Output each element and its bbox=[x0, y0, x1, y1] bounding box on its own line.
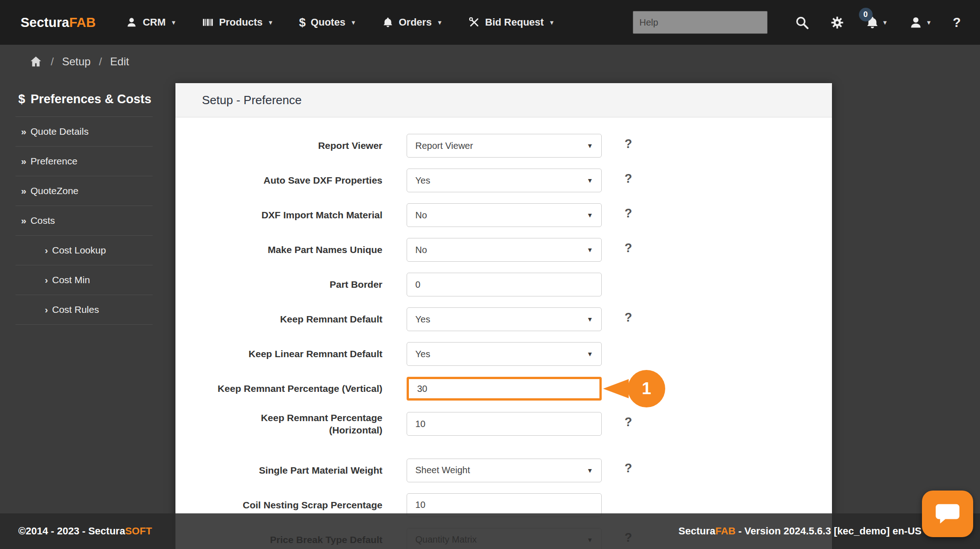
field-value: Yes bbox=[415, 314, 430, 325]
breadcrumb: / Setup / Edit bbox=[29, 55, 129, 68]
select-auto-save-dxf-properties[interactable]: Yes ▼ bbox=[407, 169, 602, 192]
notification-badge: 0 bbox=[859, 8, 873, 21]
help-icon[interactable]: ? bbox=[625, 311, 632, 325]
sidebar-title: $ Preferences & Costs bbox=[16, 86, 153, 117]
help-input[interactable] bbox=[633, 11, 768, 34]
sidebar-item-quote-details[interactable]: » Quote Details bbox=[16, 117, 153, 147]
sidebar-item-label: Costs bbox=[31, 215, 55, 226]
field-label: Auto Save DXF Properties bbox=[175, 174, 382, 186]
sidebar-item-label: Preference bbox=[31, 156, 78, 167]
form-row-part-border: Part Border 0 bbox=[175, 273, 832, 296]
sidebar: $ Preferences & Costs » Quote Details » … bbox=[16, 86, 153, 325]
app-logo[interactable]: SecturaFAB bbox=[21, 15, 95, 30]
home-icon[interactable] bbox=[29, 55, 42, 68]
field-value: 0 bbox=[415, 280, 420, 290]
select-report-viewer[interactable]: Report Viewer ▼ bbox=[407, 134, 602, 158]
field-label: DXF Import Match Material bbox=[175, 209, 382, 221]
select-keep-linear-remnant-default[interactable]: Yes ▼ bbox=[407, 342, 602, 366]
nav-item-label: Quotes bbox=[311, 16, 345, 28]
select-single-part-material-weight[interactable]: Sheet Weight ▼ bbox=[407, 459, 602, 482]
setup-preference-card: Setup - Preference Report Viewer Report … bbox=[175, 83, 832, 549]
user-menu-button[interactable]: ▼ bbox=[909, 16, 932, 30]
select-caret-icon: ▼ bbox=[587, 350, 593, 358]
breadcrumb-edit[interactable]: Edit bbox=[110, 55, 129, 68]
form-row-keep-remnant-percentage-horizontal: Keep Remnant Percentage (Horizontal) 10 … bbox=[175, 412, 832, 437]
field-label: Keep Remnant Percentage (Horizontal) bbox=[175, 412, 382, 437]
dollar-icon: $ bbox=[18, 91, 25, 107]
annotation-callout: 1 bbox=[628, 370, 665, 407]
help-icon[interactable]: ? bbox=[625, 172, 632, 186]
top-navbar: SecturaFAB CRM ▼ Products ▼ $ Quotes ▼ O… bbox=[0, 0, 980, 45]
select-caret-icon: ▼ bbox=[587, 211, 593, 219]
help-icon[interactable]: ? bbox=[625, 241, 632, 255]
field-label: Make Part Names Unique bbox=[175, 243, 382, 256]
form-row-report-viewer: Report Viewer Report Viewer ▼ ? bbox=[175, 134, 832, 158]
help-icon[interactable]: ? bbox=[625, 461, 632, 475]
chevron-down-icon: ▼ bbox=[437, 19, 443, 26]
breadcrumb-separator: / bbox=[99, 55, 102, 68]
user-icon bbox=[126, 16, 138, 28]
chat-widget-button[interactable] bbox=[922, 491, 973, 537]
field-value: 10 bbox=[415, 500, 425, 510]
nav-item-crm[interactable]: CRM ▼ bbox=[126, 16, 176, 28]
sidebar-item-cost-rules[interactable]: › Cost Rules bbox=[16, 295, 153, 325]
select-make-part-names-unique[interactable]: No ▼ bbox=[407, 238, 602, 262]
form-row-make-part-names-unique: Make Part Names Unique No ▼ ? bbox=[175, 238, 832, 262]
field-value: No bbox=[415, 210, 427, 221]
select-dxf-import-match-material[interactable]: No ▼ bbox=[407, 203, 602, 227]
help-icon[interactable]: ? bbox=[625, 137, 632, 151]
help-icon[interactable]: ? bbox=[625, 206, 632, 221]
card-header: Setup - Preference bbox=[175, 83, 832, 117]
chevron-down-icon: ▼ bbox=[926, 19, 932, 26]
field-value: 10 bbox=[415, 419, 425, 429]
navbar-actions: 0 ▼ ▼ ? bbox=[795, 15, 961, 30]
field-label: Single Part Material Weight bbox=[175, 464, 382, 476]
nav-item-label: Products bbox=[219, 16, 262, 28]
brand-text: Sectura bbox=[21, 15, 69, 30]
field-value: Yes bbox=[415, 175, 430, 186]
sidebar-item-quotezone[interactable]: » QuoteZone bbox=[16, 176, 153, 206]
select-keep-remnant-default[interactable]: Yes ▼ bbox=[407, 307, 602, 331]
nav-item-label: Bid Request bbox=[485, 16, 544, 28]
sidebar-item-preference[interactable]: » Preference bbox=[16, 147, 153, 176]
chevron-icon: » bbox=[21, 215, 26, 226]
nav-item-quotes[interactable]: $ Quotes ▼ bbox=[299, 16, 356, 28]
search-icon[interactable] bbox=[795, 16, 809, 30]
input-keep-remnant-percentage-horizontal[interactable]: 10 bbox=[407, 412, 602, 436]
select-caret-icon: ▼ bbox=[587, 177, 593, 184]
breadcrumb-setup[interactable]: Setup bbox=[62, 55, 91, 68]
nav-item-orders[interactable]: Orders ▼ bbox=[382, 16, 443, 28]
gear-icon[interactable] bbox=[830, 16, 844, 30]
field-label: Keep Remnant Percentage (Vertical) bbox=[175, 382, 382, 395]
input-keep-remnant-percentage-vertical[interactable]: 30 bbox=[407, 377, 602, 401]
chevron-icon: » bbox=[21, 156, 26, 167]
sidebar-items: » Quote Details » Preference » QuoteZone… bbox=[16, 117, 153, 325]
field-value: Report Viewer bbox=[415, 141, 473, 151]
select-caret-icon: ▼ bbox=[587, 142, 593, 149]
nav-item-bid-request[interactable]: Bid Request ▼ bbox=[468, 16, 555, 28]
field-label: Keep Linear Remnant Default bbox=[175, 348, 382, 360]
sidebar-title-text: Preferences & Costs bbox=[31, 91, 151, 107]
nav-item-products[interactable]: Products ▼ bbox=[202, 16, 273, 28]
sidebar-item-costs[interactable]: » Costs bbox=[16, 206, 153, 236]
form-row-single-part-material-weight: Single Part Material Weight Sheet Weight… bbox=[175, 459, 832, 482]
chevron-icon: › bbox=[45, 274, 48, 285]
help-icon[interactable]: ? bbox=[953, 15, 961, 30]
products-icon bbox=[202, 16, 214, 28]
input-part-border[interactable]: 0 bbox=[407, 273, 602, 296]
notifications-button[interactable]: 0 ▼ bbox=[865, 16, 888, 30]
field-label: Keep Remnant Default bbox=[175, 313, 382, 325]
field-label: Coil Nesting Scrap Percentage bbox=[175, 499, 382, 511]
breadcrumb-separator: / bbox=[51, 55, 54, 68]
sidebar-item-cost-min[interactable]: › Cost Min bbox=[16, 265, 153, 295]
form-row-keep-remnant-default: Keep Remnant Default Yes ▼ ? bbox=[175, 307, 832, 331]
chevron-icon: » bbox=[21, 126, 26, 137]
chat-bubble-icon bbox=[934, 502, 961, 525]
footer: ©2014 - 2023 - SecturaSOFT SecturaFAB - … bbox=[0, 513, 980, 549]
chevron-down-icon: ▼ bbox=[171, 19, 177, 26]
form-row-keep-remnant-percentage-vertical: Keep Remnant Percentage (Vertical) 30 1 bbox=[175, 377, 832, 401]
help-icon[interactable]: ? bbox=[625, 415, 632, 429]
sidebar-item-label: Cost Rules bbox=[52, 304, 99, 315]
sidebar-item-cost-lookup[interactable]: › Cost Lookup bbox=[16, 236, 153, 265]
field-label: Report Viewer bbox=[175, 139, 382, 152]
